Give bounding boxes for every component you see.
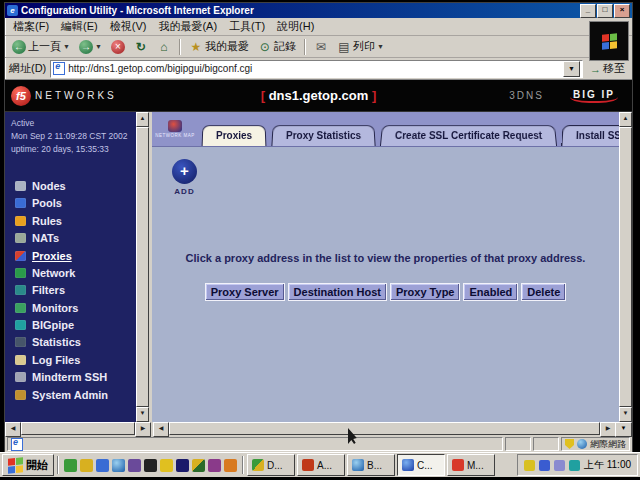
task-button-5[interactable]: M... xyxy=(447,454,495,476)
print-button[interactable]: ▤ 列印 ▼ xyxy=(334,38,387,55)
scrollbar-corner: ▼ xyxy=(615,422,632,437)
back-dropdown-icon[interactable]: ▼ xyxy=(63,43,70,50)
tab-install-ssl-certificate[interactable]: Install SSL Certif xyxy=(562,125,619,146)
print-dropdown-icon[interactable]: ▼ xyxy=(377,43,384,50)
scroll-up-icon[interactable]: ▲ xyxy=(136,112,149,127)
task-button-3[interactable]: B... xyxy=(347,454,395,476)
windows-flag-icon xyxy=(602,33,617,49)
proxy-table-header-row: Proxy Server Destination Host Proxy Type… xyxy=(152,283,619,301)
menu-file[interactable]: 檔案(F) xyxy=(13,19,49,34)
sidebar-item-nodes[interactable]: Nodes xyxy=(15,177,136,194)
link-bigip[interactable]: BIG IP xyxy=(570,88,618,103)
quick-launch-icon[interactable] xyxy=(64,459,77,472)
quick-launch-icon[interactable] xyxy=(144,459,157,472)
maximize-button[interactable]: □ xyxy=(597,4,613,18)
sidebar-item-pools[interactable]: Pools xyxy=(15,195,136,212)
mail-button[interactable]: ✉ xyxy=(311,39,331,55)
scroll-left-icon[interactable]: ◀ xyxy=(153,422,169,437)
stop-button[interactable]: × xyxy=(108,39,128,55)
nats-icon xyxy=(15,233,26,243)
clock: 上午 11:00 xyxy=(584,458,631,472)
quick-launch-icon[interactable] xyxy=(128,459,141,472)
sidebar-item-nats[interactable]: NATs xyxy=(15,229,136,246)
menu-favorites[interactable]: 我的最愛(A) xyxy=(158,19,217,34)
forward-dropdown-icon[interactable]: ▼ xyxy=(95,43,102,50)
favorites-button[interactable]: ★ 我的最愛 xyxy=(186,38,252,55)
sidebar-item-filters[interactable]: Filters xyxy=(15,282,136,299)
sidebar-item-mindterm-ssh[interactable]: Mindterm SSH xyxy=(15,369,136,386)
menu-tools[interactable]: 工具(T) xyxy=(229,19,265,34)
history-button[interactable]: ⊙ 記錄 xyxy=(255,38,299,55)
refresh-button[interactable]: ↻ xyxy=(131,39,151,55)
network-map-label: NETWORK MAP xyxy=(155,133,195,138)
quick-launch-icon[interactable] xyxy=(176,459,189,472)
column-proxy-server[interactable]: Proxy Server xyxy=(205,283,285,301)
tray-icon[interactable] xyxy=(569,460,580,471)
quick-launch-icon[interactable] xyxy=(96,459,109,472)
scroll-up-icon[interactable]: ▲ xyxy=(619,112,632,127)
scrollbar-thumb[interactable] xyxy=(21,422,135,435)
quick-launch-icon[interactable] xyxy=(224,459,237,472)
network-map-button[interactable]: NETWORK MAP xyxy=(154,114,196,144)
task-button-4-active[interactable]: C... xyxy=(397,454,445,476)
home-icon: ⌂ xyxy=(157,40,171,54)
sidebar-item-proxies[interactable]: Proxies xyxy=(15,247,136,264)
sidebar-item-bigpipe[interactable]: BIGpipe xyxy=(15,316,136,333)
tray-icon[interactable] xyxy=(554,460,565,471)
minimize-button[interactable]: _ xyxy=(580,4,596,18)
title-bar[interactable]: e Configuration Utility - Microsoft Inte… xyxy=(5,3,632,18)
address-input[interactable]: http://dns1.getop.com/bigipgui/bigconf.c… xyxy=(50,60,583,78)
column-destination-host[interactable]: Destination Host xyxy=(288,283,387,301)
sidebar-vertical-scrollbar[interactable]: ▲ ▼ xyxy=(136,112,149,422)
address-url[interactable]: http://dns1.getop.com/bigipgui/bigconf.c… xyxy=(68,63,560,74)
task-button-2[interactable]: A... xyxy=(297,454,345,476)
quick-launch-icon[interactable] xyxy=(160,459,173,472)
sidebar-item-network[interactable]: Network xyxy=(15,264,136,281)
sidebar-item-monitors[interactable]: Monitors xyxy=(15,299,136,316)
quick-launch-icon[interactable] xyxy=(192,459,205,472)
menu-help[interactable]: 說明(H) xyxy=(277,19,314,34)
scrollbar-thumb[interactable] xyxy=(619,127,632,407)
scrollbar-thumb[interactable] xyxy=(169,422,600,435)
scroll-down-icon[interactable]: ▼ xyxy=(136,407,149,422)
tab-create-ssl-certificate-request[interactable]: Create SSL Certificate Request xyxy=(380,125,557,146)
scroll-down-icon[interactable]: ▼ xyxy=(619,407,632,422)
sidebar-item-system-admin[interactable]: System Admin xyxy=(15,386,136,403)
close-button[interactable]: × xyxy=(614,4,630,18)
column-proxy-type[interactable]: Proxy Type xyxy=(390,283,461,301)
favorites-label: 我的最愛 xyxy=(205,39,249,54)
sidebar-item-rules[interactable]: Rules xyxy=(15,212,136,229)
home-button[interactable]: ⌂ xyxy=(154,39,174,55)
scroll-left-icon[interactable]: ◀ xyxy=(5,422,21,437)
menu-edit[interactable]: 編輯(E) xyxy=(61,19,98,34)
add-proxy-control[interactable]: + ADD xyxy=(172,159,197,196)
task-button-1[interactable]: D... xyxy=(247,454,295,476)
address-dropdown-icon[interactable]: ▼ xyxy=(563,61,580,77)
go-button[interactable]: → 移至 xyxy=(587,61,628,76)
back-button[interactable]: ← 上一頁 ▼ xyxy=(9,38,73,55)
column-delete[interactable]: Delete xyxy=(521,283,566,301)
start-button[interactable]: 開始 xyxy=(2,454,54,476)
content-horizontal-scrollbar[interactable]: ◀ ▶ xyxy=(153,422,616,435)
sidebar-horizontal-scrollbar[interactable]: ◀ ▶ xyxy=(5,422,151,435)
status-panel xyxy=(505,437,531,451)
scroll-right-icon[interactable]: ▶ xyxy=(600,422,616,437)
tray-icon[interactable] xyxy=(539,460,550,471)
content-vertical-scrollbar[interactable]: ▲ ▼ xyxy=(619,112,632,422)
quick-launch-icon[interactable] xyxy=(80,459,93,472)
tab-proxies[interactable]: Proxies xyxy=(202,125,267,146)
column-enabled[interactable]: Enabled xyxy=(463,283,518,301)
scrollbar-thumb[interactable] xyxy=(136,127,149,407)
forward-button[interactable]: → ▼ xyxy=(76,39,105,55)
sidebar-item-log-files[interactable]: Log Files xyxy=(15,351,136,368)
quick-launch-icon[interactable] xyxy=(208,459,221,472)
sidebar-item-statistics[interactable]: Statistics xyxy=(15,334,136,351)
add-icon[interactable]: + xyxy=(172,159,197,184)
toolbar-separator xyxy=(179,39,181,55)
menu-view[interactable]: 檢視(V) xyxy=(110,19,147,34)
volume-icon[interactable] xyxy=(524,460,535,471)
link-3dns[interactable]: 3DNS xyxy=(509,90,544,101)
quick-launch-icon[interactable] xyxy=(112,459,125,472)
scroll-right-icon[interactable]: ▶ xyxy=(135,422,151,437)
tab-proxy-statistics[interactable]: Proxy Statistics xyxy=(272,125,376,146)
